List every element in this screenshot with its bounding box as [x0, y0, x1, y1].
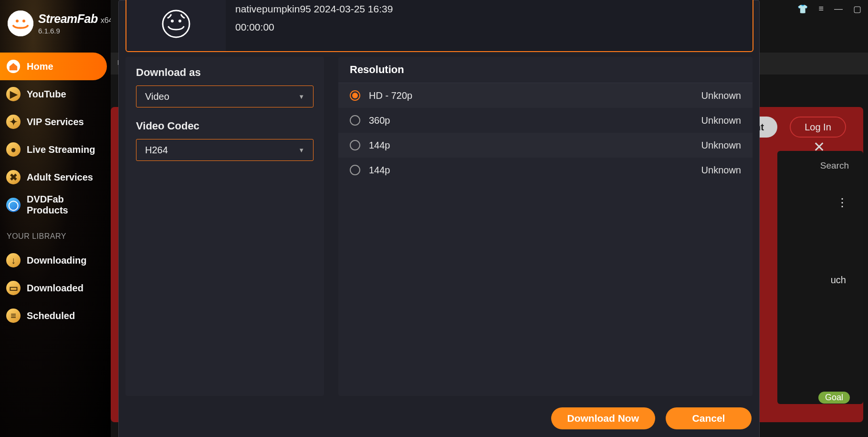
sidebar-item-label: DVDFab Products — [27, 194, 107, 216]
sidebar: StreamFabx64 6.1.6.9 Home ▶ YouTube ✦ VI… — [0, 0, 111, 437]
download-now-button[interactable]: Download Now — [551, 407, 656, 429]
codec-dropdown[interactable]: H264 ▼ — [136, 139, 314, 161]
resolution-label: 144p — [369, 140, 390, 151]
chevron-down-icon: ▼ — [298, 147, 304, 154]
login-button[interactable]: Log In — [790, 117, 846, 138]
options-pane: Download as Video ▼ Video Codec H264 ▼ — [125, 57, 324, 396]
list-icon: ≡ — [6, 308, 21, 323]
sidebar-item-label: Scheduled — [27, 310, 75, 321]
download-dialog: nativepumpkin95 2024-03-25 16:39 00:00:0… — [118, 0, 760, 437]
download-as-label: Download as — [136, 66, 314, 79]
sidebar-item-dvdfab[interactable]: ◯ DVDFab Products — [0, 191, 107, 219]
window-controls: 👕 ≡ — ▢ — [797, 4, 861, 14]
dialog-footer: Download Now Cancel — [119, 398, 759, 437]
svg-point-1 — [16, 20, 19, 22]
youtube-icon: ▶ — [6, 86, 21, 102]
chevron-down-icon: ▼ — [298, 93, 304, 100]
home-icon — [6, 59, 21, 74]
svg-point-5 — [171, 20, 174, 22]
resolution-label: 360p — [369, 115, 390, 126]
minimize-icon[interactable]: — — [834, 4, 843, 14]
radio-icon — [350, 165, 360, 175]
radio-icon — [350, 115, 360, 126]
codec-value: H264 — [145, 145, 168, 156]
download-as-value: Video — [145, 91, 169, 102]
download-as-dropdown[interactable]: Video ▼ — [136, 85, 314, 107]
library-header: YOUR LIBRARY — [0, 219, 111, 246]
resolution-size: Unknown — [701, 165, 741, 176]
sidebar-item-label: VIP Services — [27, 117, 84, 128]
blocked-icon: ✖ — [6, 170, 21, 185]
app-brand: StreamFabx64 6.1.6.9 — [0, 0, 111, 53]
resolution-list: HD - 720pUnknown360pUnknown144pUnknown14… — [338, 83, 753, 182]
resolution-option[interactable]: HD - 720pUnknown — [338, 83, 753, 108]
folder-icon: ▭ — [6, 280, 21, 296]
sidebar-item-vip[interactable]: ✦ VIP Services — [0, 108, 107, 136]
radio-icon — [350, 90, 360, 101]
sidebar-item-label: Downloaded — [27, 283, 84, 294]
cancel-button[interactable]: Cancel — [666, 407, 752, 429]
maximize-icon[interactable]: ▢ — [853, 4, 861, 14]
side-panel — [777, 151, 863, 404]
sidebar-item-home[interactable]: Home — [0, 53, 107, 80]
resolution-label: HD - 720p — [369, 90, 412, 101]
resolution-option[interactable]: 144pUnknown — [338, 133, 753, 158]
svg-point-4 — [163, 11, 189, 37]
resolution-size: Unknown — [701, 90, 741, 101]
truncated-text: uch — [831, 275, 846, 286]
sidebar-item-label: Downloading — [27, 255, 87, 266]
svg-point-0 — [8, 11, 33, 36]
video-title: nativepumpkin95 2024-03-25 16:39 — [235, 3, 393, 15]
tshirt-icon[interactable]: 👕 — [797, 4, 808, 14]
disc-icon: ◯ — [6, 197, 21, 213]
menu-icon[interactable]: ≡ — [818, 4, 824, 14]
radio-icon — [350, 140, 360, 150]
resolution-size: Unknown — [701, 115, 741, 126]
svg-point-6 — [178, 20, 181, 22]
resolution-option[interactable]: 360pUnknown — [338, 108, 753, 133]
sidebar-item-label: Adult Services — [27, 172, 93, 183]
resolution-header: Resolution — [338, 64, 753, 83]
download-icon: ↓ — [6, 253, 21, 268]
sidebar-item-downloaded[interactable]: ▭ Downloaded — [0, 274, 107, 302]
resolution-pane: Resolution HD - 720pUnknown360pUnknown14… — [338, 57, 753, 396]
sidebar-item-label: YouTube — [27, 89, 66, 100]
resolution-option[interactable]: 144pUnknown — [338, 158, 753, 182]
video-duration: 00:00:00 — [235, 21, 393, 33]
camera-icon: ● — [6, 142, 21, 157]
video-thumbnail — [126, 0, 226, 51]
kebab-icon[interactable]: ⋮ — [837, 196, 849, 209]
resolution-label: 144p — [369, 165, 390, 176]
app-logo-icon — [8, 11, 33, 36]
sidebar-item-youtube[interactable]: ▶ YouTube — [0, 80, 107, 108]
search-text[interactable]: Search — [820, 160, 849, 171]
sidebar-item-label: Home — [27, 61, 53, 72]
sidebar-item-scheduled[interactable]: ≡ Scheduled — [0, 302, 107, 330]
sidebar-item-downloading[interactable]: ↓ Downloading — [0, 246, 107, 274]
goal-badge: Goal — [818, 392, 850, 404]
codec-label: Video Codec — [136, 120, 314, 132]
sidebar-item-adult[interactable]: ✖ Adult Services — [0, 163, 107, 191]
resolution-size: Unknown — [701, 140, 741, 151]
video-card[interactable]: nativepumpkin95 2024-03-25 16:39 00:00:0… — [125, 0, 753, 52]
sidebar-item-label: Live Streaming — [27, 144, 95, 155]
app-version: 6.1.6.9 — [38, 27, 113, 35]
key-icon: ✦ — [6, 114, 21, 129]
sidebar-item-live[interactable]: ● Live Streaming — [0, 136, 107, 163]
app-name: StreamFab — [38, 12, 98, 25]
svg-point-2 — [22, 20, 25, 22]
